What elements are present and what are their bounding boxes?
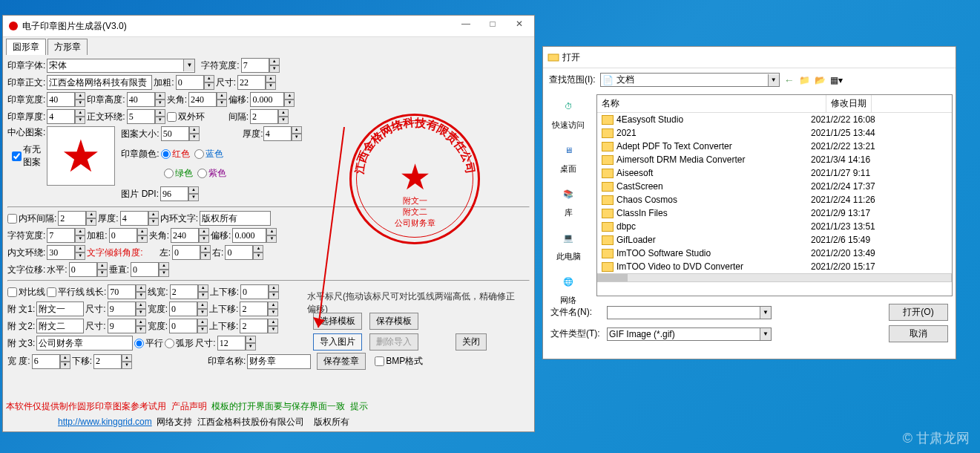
file-row[interactable]: dbpc2021/1/23 13:51 [597, 220, 952, 233]
a2-input[interactable] [36, 319, 84, 333]
thick2-input[interactable]: ▲▼ [263, 126, 302, 141]
dpi-label: 图片 DPI: [121, 188, 159, 201]
filetype-select[interactable]: GIF Image (*.gif)▼ [607, 327, 772, 341]
place-quick[interactable]: ⏱快速访问 [552, 94, 585, 131]
a1w-input[interactable]: ▲▼ [169, 302, 208, 316]
up-input[interactable]: ▲▼ [240, 284, 279, 299]
hshift-input[interactable]: ▲▼ [69, 262, 108, 277]
gap-input[interactable]: ▲▼ [250, 109, 289, 124]
vshift-input[interactable]: ▲▼ [131, 262, 169, 277]
file-row[interactable]: ClassIn Files2021/2/9 13:17 [597, 206, 952, 220]
color-purple-radio[interactable]: 紫色 [197, 167, 226, 180]
bold-input[interactable]: ▲▼ [176, 75, 214, 90]
angle2-input[interactable]: ▲▼ [171, 228, 209, 243]
height-input[interactable]: ▲▼ [127, 92, 165, 107]
a3-input[interactable] [36, 336, 133, 351]
dialog-titlebar: 打开 [543, 47, 956, 68]
col-name[interactable]: 名称 [597, 95, 826, 112]
a1u-input[interactable]: ▲▼ [240, 302, 278, 316]
delete-import-button[interactable]: 删除导入 [369, 333, 418, 351]
has-pattern-check[interactable]: 有无 图案 [12, 143, 41, 169]
save-stamp-button[interactable]: 保存签章 [317, 353, 366, 370]
file-row[interactable]: Aiseesoft2021/1/27 9:11 [597, 166, 952, 180]
bmp-check[interactable]: BMP格式 [375, 355, 423, 368]
scope-select[interactable]: 📄 文档▼ [600, 73, 780, 87]
color-red-radio[interactable]: 红色 [161, 148, 190, 160]
iring-input[interactable]: ▲▼ [47, 245, 85, 260]
file-row[interactable]: CastScreen2021/2/24 17:37 [597, 180, 952, 193]
file-row[interactable]: ImTOO Video to DVD Converter2021/2/20 15… [597, 260, 952, 273]
a1s-input[interactable]: ▲▼ [108, 302, 146, 316]
a2w-input[interactable]: ▲▼ [169, 319, 208, 333]
place-thispc[interactable]: 💻此电脑 [556, 226, 581, 262]
patsize-input[interactable]: ▲▼ [161, 126, 200, 141]
font-select[interactable]: 宋体▼ [47, 59, 195, 73]
col-date[interactable]: 修改日期 [826, 95, 872, 112]
linelen-input[interactable]: ▲▼ [108, 284, 146, 299]
linew-input[interactable]: ▲▼ [170, 284, 208, 299]
view-menu-icon[interactable]: ▦▾ [830, 75, 843, 85]
place-desktop[interactable]: 🖥桌面 [556, 138, 580, 175]
file-row[interactable]: GifLoader2021/2/6 15:49 [597, 233, 952, 247]
place-library[interactable]: 📚库 [556, 182, 580, 218]
right-input[interactable]: ▲▼ [225, 245, 263, 260]
a3s-input[interactable]: ▲▼ [217, 336, 256, 351]
off2-input[interactable]: ▲▼ [232, 228, 277, 243]
stampname-input[interactable] [247, 354, 311, 369]
size-input[interactable]: ▲▼ [237, 75, 276, 90]
color-green-radio[interactable]: 绿色 [164, 167, 193, 180]
website-link[interactable]: http://www.kinggrid.com [58, 417, 152, 427]
up-folder-icon[interactable]: 📁 [799, 75, 810, 85]
choose-template-button[interactable]: 选择模板 [313, 313, 362, 330]
flat-radio[interactable]: 平行 [134, 337, 163, 350]
file-list[interactable]: 名称 修改日期 4Easysoft Studio2021/2/22 16:082… [596, 94, 953, 296]
save-template-button[interactable]: 保存模板 [369, 313, 418, 330]
close-button-2[interactable]: 关闭 [456, 333, 487, 351]
close-button[interactable]: ✕ [509, 19, 530, 33]
down-input[interactable]: ▲▼ [93, 354, 132, 369]
file-row[interactable]: Aimersoft DRM Media Converter2021/3/4 14… [597, 153, 952, 166]
place-network[interactable]: 🌐网络 [556, 270, 580, 306]
tab-square[interactable]: 方形章 [47, 39, 88, 55]
innergap-input[interactable]: ▲▼ [58, 211, 96, 226]
body-input[interactable] [47, 75, 152, 90]
innerth-input[interactable]: ▲▼ [120, 211, 159, 226]
color-blue-radio[interactable]: 蓝色 [194, 148, 223, 160]
import-image-button[interactable]: 导入图片 [313, 333, 362, 351]
h-scrollbar[interactable] [597, 273, 952, 282]
folder-icon [602, 209, 614, 218]
back-icon[interactable]: ← [784, 74, 795, 86]
double-ring-check[interactable]: 双外环 [167, 111, 205, 123]
dpi-input[interactable]: ▲▼ [160, 186, 199, 201]
a1-input[interactable] [36, 302, 84, 316]
charw-input[interactable]: ▲▼ [241, 58, 280, 73]
deg-input[interactable]: ▲▼ [32, 354, 70, 369]
cancel-button[interactable]: 取消 [889, 325, 948, 342]
bold2-input[interactable]: ▲▼ [109, 228, 148, 243]
offset-input[interactable]: ▲▼ [250, 92, 295, 107]
ring-input[interactable]: ▲▼ [127, 109, 165, 124]
new-folder-icon[interactable]: 📂 [815, 75, 826, 85]
open-button[interactable]: 打开(O) [889, 304, 948, 321]
tab-circle[interactable]: 圆形章 [6, 39, 46, 55]
a2u-input[interactable]: ▲▼ [240, 319, 278, 333]
minimize-button[interactable]: — [456, 19, 476, 33]
innertxt-input[interactable] [200, 211, 271, 226]
diag-check[interactable]: 对比线 [7, 286, 45, 299]
file-row[interactable]: ImTOO Software Studio2021/2/20 13:49 [597, 247, 952, 260]
file-row[interactable]: Chaos Cosmos2021/2/24 11:26 [597, 193, 952, 206]
angle-input[interactable]: ▲▼ [188, 92, 227, 107]
left-input[interactable]: ▲▼ [172, 245, 211, 260]
filename-input[interactable]: ▼ [607, 306, 772, 319]
file-row[interactable]: 4Easysoft Studio2021/2/22 16:08 [597, 113, 952, 126]
width-input[interactable]: ▲▼ [47, 92, 85, 107]
para-check[interactable]: 平行线 [47, 286, 85, 299]
maximize-button[interactable]: □ [482, 19, 503, 33]
arc-radio[interactable]: 弧形 [165, 337, 194, 350]
file-row[interactable]: Adept PDF To Text Converter2021/2/22 13:… [597, 140, 952, 153]
a2s-input[interactable]: ▲▼ [108, 319, 146, 333]
file-row[interactable]: 20212021/1/25 13:44 [597, 126, 952, 140]
innergap-check[interactable]: 内环间隔: [7, 212, 56, 225]
cw2-input[interactable]: ▲▼ [47, 228, 85, 243]
thick-input[interactable]: ▲▼ [47, 109, 85, 124]
